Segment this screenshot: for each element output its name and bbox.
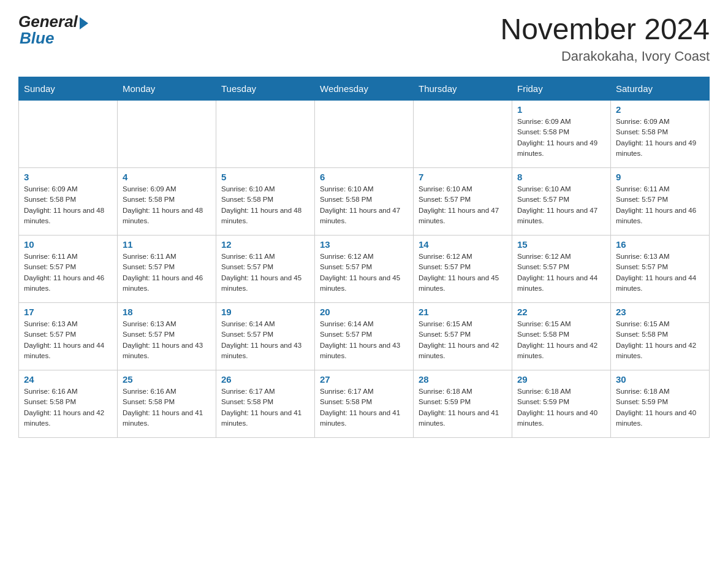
day-number: 26 bbox=[221, 374, 309, 385]
calendar-cell bbox=[414, 101, 512, 168]
day-sun-info: Sunrise: 6:11 AM Sunset: 5:57 PM Dayligh… bbox=[123, 251, 211, 294]
day-sun-info: Sunrise: 6:11 AM Sunset: 5:57 PM Dayligh… bbox=[221, 251, 309, 294]
day-of-week-header: Saturday bbox=[611, 77, 710, 101]
calendar-week-row: 1Sunrise: 6:09 AM Sunset: 5:58 PM Daylig… bbox=[19, 101, 710, 168]
calendar-week-row: 24Sunrise: 6:16 AM Sunset: 5:58 PM Dayli… bbox=[19, 370, 710, 438]
day-sun-info: Sunrise: 6:14 AM Sunset: 5:57 PM Dayligh… bbox=[320, 319, 408, 361]
day-number: 21 bbox=[419, 307, 507, 317]
calendar-cell: 29Sunrise: 6:18 AM Sunset: 5:59 PM Dayli… bbox=[512, 370, 611, 438]
day-number: 5 bbox=[221, 172, 309, 182]
day-number: 19 bbox=[221, 307, 309, 317]
day-sun-info: Sunrise: 6:09 AM Sunset: 5:58 PM Dayligh… bbox=[517, 117, 605, 159]
day-number: 22 bbox=[517, 307, 605, 317]
calendar-cell: 21Sunrise: 6:15 AM Sunset: 5:57 PM Dayli… bbox=[414, 303, 512, 370]
title-area: November 2024 Darakokaha, Ivory Coast bbox=[500, 12, 710, 64]
day-of-week-header: Monday bbox=[118, 77, 216, 101]
day-sun-info: Sunrise: 6:16 AM Sunset: 5:58 PM Dayligh… bbox=[123, 386, 211, 429]
day-of-week-header: Sunday bbox=[19, 77, 118, 101]
calendar-table: SundayMondayTuesdayWednesdayThursdayFrid… bbox=[18, 77, 710, 438]
calendar-week-row: 3Sunrise: 6:09 AM Sunset: 5:58 PM Daylig… bbox=[19, 168, 710, 236]
calendar-cell: 5Sunrise: 6:10 AM Sunset: 5:58 PM Daylig… bbox=[216, 168, 315, 236]
calendar-cell bbox=[315, 101, 414, 168]
day-sun-info: Sunrise: 6:13 AM Sunset: 5:57 PM Dayligh… bbox=[24, 319, 112, 361]
day-sun-info: Sunrise: 6:18 AM Sunset: 5:59 PM Dayligh… bbox=[419, 386, 507, 429]
day-sun-info: Sunrise: 6:18 AM Sunset: 5:59 PM Dayligh… bbox=[616, 386, 704, 429]
calendar-cell: 7Sunrise: 6:10 AM Sunset: 5:57 PM Daylig… bbox=[414, 168, 512, 236]
day-number: 6 bbox=[320, 172, 408, 182]
day-number: 9 bbox=[616, 172, 704, 182]
calendar-cell: 24Sunrise: 6:16 AM Sunset: 5:58 PM Dayli… bbox=[19, 370, 118, 438]
calendar-cell: 14Sunrise: 6:12 AM Sunset: 5:57 PM Dayli… bbox=[414, 236, 512, 303]
day-number: 24 bbox=[24, 374, 112, 385]
calendar-cell: 26Sunrise: 6:17 AM Sunset: 5:58 PM Dayli… bbox=[216, 370, 315, 438]
day-number: 3 bbox=[24, 172, 112, 182]
calendar-cell: 25Sunrise: 6:16 AM Sunset: 5:58 PM Dayli… bbox=[118, 370, 216, 438]
day-number: 10 bbox=[24, 239, 112, 250]
calendar-cell: 22Sunrise: 6:15 AM Sunset: 5:58 PM Dayli… bbox=[512, 303, 611, 370]
day-sun-info: Sunrise: 6:15 AM Sunset: 5:58 PM Dayligh… bbox=[517, 319, 605, 361]
day-sun-info: Sunrise: 6:10 AM Sunset: 5:58 PM Dayligh… bbox=[221, 184, 309, 226]
day-of-week-header: Tuesday bbox=[216, 77, 315, 101]
day-sun-info: Sunrise: 6:11 AM Sunset: 5:57 PM Dayligh… bbox=[616, 184, 704, 226]
day-number: 7 bbox=[419, 172, 507, 182]
calendar-cell: 3Sunrise: 6:09 AM Sunset: 5:58 PM Daylig… bbox=[19, 168, 118, 236]
day-sun-info: Sunrise: 6:09 AM Sunset: 5:58 PM Dayligh… bbox=[616, 117, 704, 159]
day-sun-info: Sunrise: 6:18 AM Sunset: 5:59 PM Dayligh… bbox=[517, 386, 605, 429]
day-number: 11 bbox=[123, 239, 211, 250]
day-number: 2 bbox=[616, 104, 704, 115]
day-number: 25 bbox=[123, 374, 211, 385]
logo-arrow-icon bbox=[80, 17, 88, 29]
calendar-cell bbox=[216, 101, 315, 168]
day-sun-info: Sunrise: 6:15 AM Sunset: 5:57 PM Dayligh… bbox=[419, 319, 507, 361]
calendar-week-row: 10Sunrise: 6:11 AM Sunset: 5:57 PM Dayli… bbox=[19, 236, 710, 303]
day-number: 28 bbox=[419, 374, 507, 385]
day-number: 13 bbox=[320, 239, 408, 250]
calendar-cell: 17Sunrise: 6:13 AM Sunset: 5:57 PM Dayli… bbox=[19, 303, 118, 370]
day-sun-info: Sunrise: 6:09 AM Sunset: 5:58 PM Dayligh… bbox=[123, 184, 211, 226]
day-sun-info: Sunrise: 6:13 AM Sunset: 5:57 PM Dayligh… bbox=[123, 319, 211, 361]
day-number: 23 bbox=[616, 307, 704, 317]
day-of-week-header: Friday bbox=[512, 77, 611, 101]
day-number: 15 bbox=[517, 239, 605, 250]
day-sun-info: Sunrise: 6:12 AM Sunset: 5:57 PM Dayligh… bbox=[517, 251, 605, 294]
day-sun-info: Sunrise: 6:10 AM Sunset: 5:57 PM Dayligh… bbox=[517, 184, 605, 226]
calendar-week-row: 17Sunrise: 6:13 AM Sunset: 5:57 PM Dayli… bbox=[19, 303, 710, 370]
logo-blue-text: Blue bbox=[18, 29, 54, 48]
calendar-cell: 1Sunrise: 6:09 AM Sunset: 5:58 PM Daylig… bbox=[512, 101, 611, 168]
calendar-cell: 20Sunrise: 6:14 AM Sunset: 5:57 PM Dayli… bbox=[315, 303, 414, 370]
calendar-cell: 27Sunrise: 6:17 AM Sunset: 5:58 PM Dayli… bbox=[315, 370, 414, 438]
calendar-cell: 13Sunrise: 6:12 AM Sunset: 5:57 PM Dayli… bbox=[315, 236, 414, 303]
calendar-cell bbox=[118, 101, 216, 168]
day-sun-info: Sunrise: 6:16 AM Sunset: 5:58 PM Dayligh… bbox=[24, 386, 112, 429]
calendar-cell: 28Sunrise: 6:18 AM Sunset: 5:59 PM Dayli… bbox=[414, 370, 512, 438]
day-sun-info: Sunrise: 6:17 AM Sunset: 5:58 PM Dayligh… bbox=[320, 386, 408, 429]
calendar-cell: 18Sunrise: 6:13 AM Sunset: 5:57 PM Dayli… bbox=[118, 303, 216, 370]
day-number: 20 bbox=[320, 307, 408, 317]
day-sun-info: Sunrise: 6:11 AM Sunset: 5:57 PM Dayligh… bbox=[24, 251, 112, 294]
day-sun-info: Sunrise: 6:10 AM Sunset: 5:57 PM Dayligh… bbox=[419, 184, 507, 226]
day-sun-info: Sunrise: 6:12 AM Sunset: 5:57 PM Dayligh… bbox=[419, 251, 507, 294]
day-of-week-header: Wednesday bbox=[315, 77, 414, 101]
day-number: 14 bbox=[419, 239, 507, 250]
month-year-title: November 2024 bbox=[500, 12, 710, 46]
day-number: 30 bbox=[616, 374, 704, 385]
day-sun-info: Sunrise: 6:13 AM Sunset: 5:57 PM Dayligh… bbox=[616, 251, 704, 294]
calendar-cell: 4Sunrise: 6:09 AM Sunset: 5:58 PM Daylig… bbox=[118, 168, 216, 236]
calendar-cell: 30Sunrise: 6:18 AM Sunset: 5:59 PM Dayli… bbox=[611, 370, 710, 438]
day-number: 18 bbox=[123, 307, 211, 317]
day-sun-info: Sunrise: 6:17 AM Sunset: 5:58 PM Dayligh… bbox=[221, 386, 309, 429]
day-number: 4 bbox=[123, 172, 211, 182]
day-number: 12 bbox=[221, 239, 309, 250]
header: General Blue November 2024 Darakokaha, I… bbox=[18, 12, 710, 64]
calendar-cell: 9Sunrise: 6:11 AM Sunset: 5:57 PM Daylig… bbox=[611, 168, 710, 236]
day-sun-info: Sunrise: 6:09 AM Sunset: 5:58 PM Dayligh… bbox=[24, 184, 112, 226]
calendar-cell bbox=[19, 101, 118, 168]
day-of-week-header: Thursday bbox=[414, 77, 512, 101]
calendar-cell: 2Sunrise: 6:09 AM Sunset: 5:58 PM Daylig… bbox=[611, 101, 710, 168]
calendar-header-row: SundayMondayTuesdayWednesdayThursdayFrid… bbox=[19, 77, 710, 101]
calendar-cell: 12Sunrise: 6:11 AM Sunset: 5:57 PM Dayli… bbox=[216, 236, 315, 303]
day-sun-info: Sunrise: 6:10 AM Sunset: 5:58 PM Dayligh… bbox=[320, 184, 408, 226]
calendar-cell: 15Sunrise: 6:12 AM Sunset: 5:57 PM Dayli… bbox=[512, 236, 611, 303]
day-number: 1 bbox=[517, 104, 605, 115]
logo: General Blue bbox=[18, 12, 88, 48]
